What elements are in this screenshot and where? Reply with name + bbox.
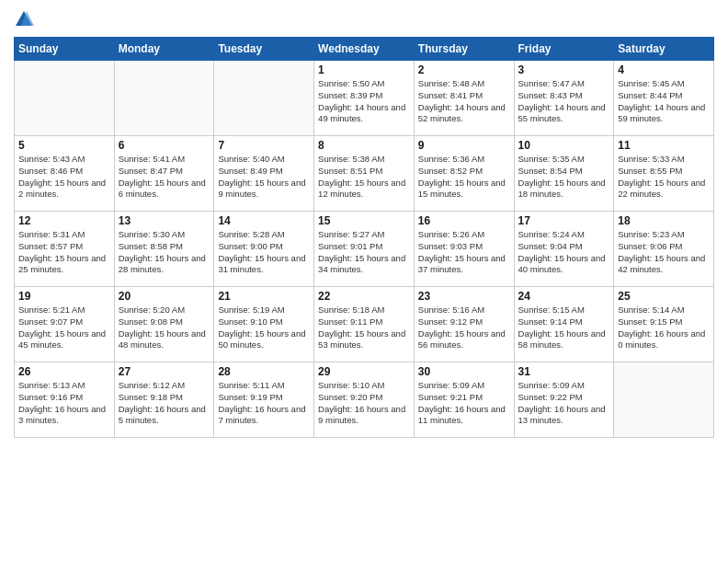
calendar-header-row: SundayMondayTuesdayWednesdayThursdayFrid… bbox=[15, 38, 714, 61]
day-number: 6 bbox=[119, 139, 210, 152]
day-info: Sunrise: 5:30 AM Sunset: 8:58 PM Dayligh… bbox=[119, 229, 210, 276]
day-info: Sunrise: 5:21 AM Sunset: 9:07 PM Dayligh… bbox=[18, 304, 110, 351]
day-number: 29 bbox=[318, 365, 410, 378]
day-number: 9 bbox=[418, 139, 510, 152]
day-info: Sunrise: 5:26 AM Sunset: 9:03 PM Dayligh… bbox=[418, 229, 510, 276]
calendar-day-cell: 23Sunrise: 5:16 AM Sunset: 9:12 PM Dayli… bbox=[414, 287, 514, 362]
calendar-day-cell: 28Sunrise: 5:11 AM Sunset: 9:19 PM Dayli… bbox=[214, 362, 314, 438]
calendar-week-row: 12Sunrise: 5:31 AM Sunset: 8:57 PM Dayli… bbox=[15, 212, 714, 287]
day-info: Sunrise: 5:31 AM Sunset: 8:57 PM Dayligh… bbox=[18, 229, 110, 276]
weekday-header: Sunday bbox=[15, 38, 115, 61]
calendar-day-cell: 1Sunrise: 5:50 AM Sunset: 8:39 PM Daylig… bbox=[314, 61, 415, 136]
weekday-header: Saturday bbox=[614, 38, 714, 61]
page-container: SundayMondayTuesdayWednesdayThursdayFrid… bbox=[0, 0, 728, 563]
calendar-day-cell: 11Sunrise: 5:33 AM Sunset: 8:55 PM Dayli… bbox=[614, 136, 714, 212]
calendar-day-cell: 17Sunrise: 5:24 AM Sunset: 9:04 PM Dayli… bbox=[514, 212, 614, 287]
day-number: 13 bbox=[119, 214, 210, 227]
day-number: 7 bbox=[218, 139, 310, 152]
day-info: Sunrise: 5:28 AM Sunset: 9:00 PM Dayligh… bbox=[218, 229, 310, 276]
calendar-day-cell: 12Sunrise: 5:31 AM Sunset: 8:57 PM Dayli… bbox=[15, 212, 115, 287]
weekday-header: Friday bbox=[514, 38, 614, 61]
day-info: Sunrise: 5:35 AM Sunset: 8:54 PM Dayligh… bbox=[518, 154, 610, 201]
calendar-day-cell bbox=[614, 362, 714, 438]
day-info: Sunrise: 5:14 AM Sunset: 9:15 PM Dayligh… bbox=[618, 304, 710, 351]
calendar-day-cell bbox=[15, 61, 115, 136]
day-number: 4 bbox=[618, 63, 710, 76]
calendar-day-cell: 20Sunrise: 5:20 AM Sunset: 9:08 PM Dayli… bbox=[114, 287, 214, 362]
day-number: 21 bbox=[218, 290, 310, 303]
day-info: Sunrise: 5:15 AM Sunset: 9:14 PM Dayligh… bbox=[518, 304, 610, 351]
day-number: 10 bbox=[518, 139, 610, 152]
calendar-week-row: 5Sunrise: 5:43 AM Sunset: 8:46 PM Daylig… bbox=[15, 136, 714, 212]
day-number: 20 bbox=[119, 290, 210, 303]
calendar-day-cell: 25Sunrise: 5:14 AM Sunset: 9:15 PM Dayli… bbox=[614, 287, 714, 362]
calendar-day-cell: 6Sunrise: 5:41 AM Sunset: 8:47 PM Daylig… bbox=[114, 136, 214, 212]
day-number: 15 bbox=[318, 214, 410, 227]
calendar-day-cell: 19Sunrise: 5:21 AM Sunset: 9:07 PM Dayli… bbox=[15, 287, 115, 362]
calendar-day-cell: 13Sunrise: 5:30 AM Sunset: 8:58 PM Dayli… bbox=[114, 212, 214, 287]
calendar-day-cell bbox=[114, 61, 214, 136]
day-info: Sunrise: 5:16 AM Sunset: 9:12 PM Dayligh… bbox=[418, 304, 510, 351]
calendar-header bbox=[14, 9, 714, 29]
weekday-header: Tuesday bbox=[214, 38, 314, 61]
calendar-day-cell: 3Sunrise: 5:47 AM Sunset: 8:43 PM Daylig… bbox=[514, 61, 614, 136]
day-info: Sunrise: 5:33 AM Sunset: 8:55 PM Dayligh… bbox=[618, 154, 710, 201]
day-number: 17 bbox=[518, 214, 610, 227]
calendar-day-cell: 5Sunrise: 5:43 AM Sunset: 8:46 PM Daylig… bbox=[15, 136, 115, 212]
day-info: Sunrise: 5:40 AM Sunset: 8:49 PM Dayligh… bbox=[218, 154, 310, 201]
day-info: Sunrise: 5:11 AM Sunset: 9:19 PM Dayligh… bbox=[218, 380, 310, 427]
calendar-week-row: 1Sunrise: 5:50 AM Sunset: 8:39 PM Daylig… bbox=[15, 61, 714, 136]
day-info: Sunrise: 5:48 AM Sunset: 8:41 PM Dayligh… bbox=[418, 78, 510, 125]
day-number: 28 bbox=[218, 365, 310, 378]
day-number: 18 bbox=[618, 214, 710, 227]
calendar-day-cell: 4Sunrise: 5:45 AM Sunset: 8:44 PM Daylig… bbox=[614, 61, 714, 136]
day-info: Sunrise: 5:45 AM Sunset: 8:44 PM Dayligh… bbox=[618, 78, 710, 125]
day-number: 24 bbox=[518, 290, 610, 303]
calendar-day-cell: 16Sunrise: 5:26 AM Sunset: 9:03 PM Dayli… bbox=[414, 212, 514, 287]
day-number: 27 bbox=[119, 365, 210, 378]
day-number: 14 bbox=[218, 214, 310, 227]
day-info: Sunrise: 5:13 AM Sunset: 9:16 PM Dayligh… bbox=[18, 380, 110, 427]
day-info: Sunrise: 5:36 AM Sunset: 8:52 PM Dayligh… bbox=[418, 154, 510, 201]
day-info: Sunrise: 5:23 AM Sunset: 9:06 PM Dayligh… bbox=[618, 229, 710, 276]
day-info: Sunrise: 5:12 AM Sunset: 9:18 PM Dayligh… bbox=[119, 380, 210, 427]
calendar-day-cell: 14Sunrise: 5:28 AM Sunset: 9:00 PM Dayli… bbox=[214, 212, 314, 287]
calendar-table: SundayMondayTuesdayWednesdayThursdayFrid… bbox=[14, 37, 714, 438]
calendar-day-cell: 24Sunrise: 5:15 AM Sunset: 9:14 PM Dayli… bbox=[514, 287, 614, 362]
logo bbox=[14, 9, 37, 29]
day-info: Sunrise: 5:41 AM Sunset: 8:47 PM Dayligh… bbox=[119, 154, 210, 201]
day-info: Sunrise: 5:10 AM Sunset: 9:20 PM Dayligh… bbox=[318, 380, 410, 427]
day-number: 5 bbox=[18, 139, 110, 152]
calendar-day-cell: 22Sunrise: 5:18 AM Sunset: 9:11 PM Dayli… bbox=[314, 287, 415, 362]
day-info: Sunrise: 5:20 AM Sunset: 9:08 PM Dayligh… bbox=[119, 304, 210, 351]
day-number: 2 bbox=[418, 63, 510, 76]
day-info: Sunrise: 5:50 AM Sunset: 8:39 PM Dayligh… bbox=[318, 78, 410, 125]
calendar-day-cell: 10Sunrise: 5:35 AM Sunset: 8:54 PM Dayli… bbox=[514, 136, 614, 212]
calendar-day-cell: 9Sunrise: 5:36 AM Sunset: 8:52 PM Daylig… bbox=[414, 136, 514, 212]
day-info: Sunrise: 5:09 AM Sunset: 9:21 PM Dayligh… bbox=[418, 380, 510, 427]
day-number: 31 bbox=[518, 365, 610, 378]
calendar-day-cell: 30Sunrise: 5:09 AM Sunset: 9:21 PM Dayli… bbox=[414, 362, 514, 438]
calendar-day-cell: 21Sunrise: 5:19 AM Sunset: 9:10 PM Dayli… bbox=[214, 287, 314, 362]
day-info: Sunrise: 5:27 AM Sunset: 9:01 PM Dayligh… bbox=[318, 229, 410, 276]
day-number: 26 bbox=[18, 365, 110, 378]
weekday-header: Thursday bbox=[414, 38, 514, 61]
calendar-week-row: 26Sunrise: 5:13 AM Sunset: 9:16 PM Dayli… bbox=[15, 362, 714, 438]
day-info: Sunrise: 5:38 AM Sunset: 8:51 PM Dayligh… bbox=[318, 154, 410, 201]
calendar-day-cell: 26Sunrise: 5:13 AM Sunset: 9:16 PM Dayli… bbox=[15, 362, 115, 438]
day-number: 3 bbox=[518, 63, 610, 76]
weekday-header: Wednesday bbox=[314, 38, 415, 61]
day-number: 11 bbox=[618, 139, 710, 152]
day-number: 12 bbox=[18, 214, 110, 227]
logo-icon bbox=[14, 9, 34, 29]
calendar-day-cell: 8Sunrise: 5:38 AM Sunset: 8:51 PM Daylig… bbox=[314, 136, 415, 212]
calendar-week-row: 19Sunrise: 5:21 AM Sunset: 9:07 PM Dayli… bbox=[15, 287, 714, 362]
day-info: Sunrise: 5:47 AM Sunset: 8:43 PM Dayligh… bbox=[518, 78, 610, 125]
day-number: 30 bbox=[418, 365, 510, 378]
day-info: Sunrise: 5:09 AM Sunset: 9:22 PM Dayligh… bbox=[518, 380, 610, 427]
day-number: 16 bbox=[418, 214, 510, 227]
day-info: Sunrise: 5:43 AM Sunset: 8:46 PM Dayligh… bbox=[18, 154, 110, 201]
calendar-day-cell: 29Sunrise: 5:10 AM Sunset: 9:20 PM Dayli… bbox=[314, 362, 415, 438]
day-number: 22 bbox=[318, 290, 410, 303]
day-number: 19 bbox=[18, 290, 110, 303]
